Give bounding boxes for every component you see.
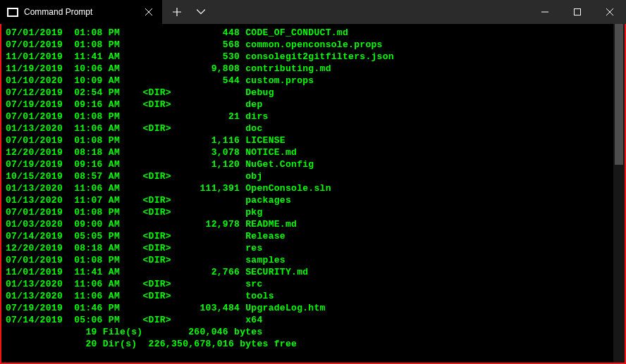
listing-row: 01/13/2020 11:06 AM <DIR> tools: [6, 290, 620, 302]
svg-rect-0: [575, 9, 581, 15]
listing-row: 07/01/2019 01:08 PM 21 dirs: [6, 111, 620, 123]
listing-row: 07/01/2019 01:08 PM 1,116 LICENSE: [6, 134, 620, 146]
command-prompt[interactable]: C:\Users\cinnamon\GitHub\WindowsTerminal…: [6, 362, 620, 363]
listing-row: 07/19/2019 09:16 AM 1,120 NuGet.Config: [6, 158, 620, 170]
terminal-icon: [7, 8, 18, 17]
listing-row: 12/20/2019 08:18 AM <DIR> res: [6, 242, 620, 254]
scrollbar[interactable]: [613, 24, 625, 363]
summary-files: 19 File(s) 260,046 bytes: [6, 326, 620, 338]
listing-row: 01/13/2020 11:07 AM <DIR> packages: [6, 194, 620, 206]
listing-row: 10/15/2019 08:57 AM <DIR> obj: [6, 170, 620, 182]
new-tab-button[interactable]: [165, 0, 189, 24]
listing-row: 07/19/2019 09:16 AM <DIR> dep: [6, 99, 620, 111]
listing-row: 07/01/2019 01:08 PM <DIR> samples: [6, 254, 620, 266]
maximize-button[interactable]: [561, 0, 594, 24]
summary-dirs: 20 Dir(s) 226,350,678,016 bytes free: [6, 338, 620, 350]
directory-listing: 07/01/2019 01:08 PM 448 CODE_OF_CONDUCT.…: [6, 27, 620, 326]
listing-row: 01/13/2020 11:06 AM <DIR> src: [6, 278, 620, 290]
listing-row: 01/10/2020 10:09 AM 544 custom.props: [6, 75, 620, 87]
listing-row: 07/01/2019 01:08 PM 568 common.openconso…: [6, 39, 620, 51]
listing-row: 12/20/2019 08:18 AM 3,078 NOTICE.md: [6, 146, 620, 158]
listing-row: 07/14/2019 05:06 PM <DIR> x64: [6, 314, 620, 326]
listing-row: 11/19/2019 10:06 AM 9,808 contributing.m…: [6, 63, 620, 75]
listing-row: 01/03/2020 09:00 AM 12,978 README.md: [6, 218, 620, 230]
tab-dropdown-button[interactable]: [189, 0, 213, 24]
listing-row: 07/19/2019 01:46 PM 103,484 UpgradeLog.h…: [6, 302, 620, 314]
listing-row: 01/13/2020 11:06 AM 111,391 OpenConsole.…: [6, 182, 620, 194]
listing-row: 07/01/2019 01:08 PM 448 CODE_OF_CONDUCT.…: [6, 27, 620, 39]
listing-row: 11/01/2019 11:41 AM 2,766 SECURITY.md: [6, 266, 620, 278]
tab-controls: [162, 0, 216, 24]
tab-title: Command Prompt: [24, 7, 142, 17]
listing-row: 11/01/2019 11:41 AM 530 consolegit2gitfi…: [6, 51, 620, 63]
listing-row: 07/12/2019 02:54 PM <DIR> Debug: [6, 87, 620, 99]
window-controls: [529, 0, 626, 24]
titlebar-drag-area[interactable]: [216, 0, 529, 24]
listing-row: 07/01/2019 01:08 PM <DIR> pkg: [6, 206, 620, 218]
tab-command-prompt[interactable]: Command Prompt: [0, 0, 162, 24]
close-tab-button[interactable]: [142, 6, 155, 18]
minimize-button[interactable]: [529, 0, 561, 24]
listing-row: 07/14/2019 05:05 PM <DIR> Release: [6, 230, 620, 242]
terminal-output[interactable]: 07/01/2019 01:08 PM 448 CODE_OF_CONDUCT.…: [1, 24, 625, 363]
listing-row: 01/13/2020 11:06 AM <DIR> doc: [6, 123, 620, 134]
title-bar: Command Prompt: [0, 0, 626, 24]
scroll-thumb[interactable]: [615, 24, 623, 165]
close-window-button[interactable]: [594, 0, 626, 24]
blank-line: [6, 350, 620, 362]
